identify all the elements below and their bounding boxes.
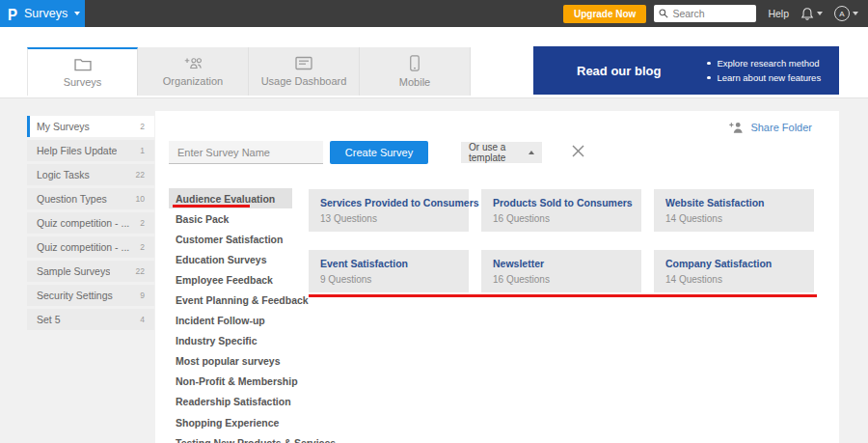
template-question-count: 14 Questions [665,274,802,285]
sidebar-item-count: 2 [140,242,145,252]
create-survey-button[interactable]: Create Survey [330,141,428,164]
template-question-count: 13 Questions [320,213,457,224]
share-person-icon [728,121,744,134]
sidebar-item-quiz-competition-1[interactable]: Quiz competition - ... 2 [27,212,154,234]
tab-label: Organization [163,75,223,87]
main-panel: Share Folder Create Survey Or use a temp… [155,111,839,443]
avatar: A [834,6,850,21]
sidebar-item-label: Set 5 [37,314,61,325]
category-non-profit-membership[interactable]: Non-Profit & Membership [169,372,292,392]
sidebar-item-label: Quiz competition - ... [37,217,129,229]
dashboard-icon [295,56,312,70]
sidebar-item-my-surveys[interactable]: My Surveys 2 [27,116,154,137]
template-title: Services Provided to Consumers [320,197,457,208]
read-our-blog-banner[interactable]: Read our blog Explore research method Le… [533,46,839,95]
upgrade-now-button[interactable]: Upgrade Now [563,5,646,23]
category-employee-feedback[interactable]: Employee Feedback [169,269,292,290]
help-link[interactable]: Help [768,8,789,19]
add-people-icon [182,56,203,70]
category-shopping-experience[interactable]: Shopping Experience [169,412,292,432]
tab-surveys[interactable]: Surveys [27,47,138,96]
category-industry-specific[interactable]: Industry Specific [169,331,292,351]
sidebar-item-count: 22 [136,170,145,180]
category-incident-follow-up[interactable]: Incident Follow-up [169,311,292,331]
close-template-panel-button[interactable] [570,143,585,158]
tab-label: Surveys [64,76,102,88]
survey-name-input[interactable] [169,141,323,164]
sidebar-item-security-settings[interactable]: Security Settings 9 [27,285,154,306]
template-cards-grid: Services Provided to Consumers 13 Questi… [309,189,821,292]
sidebar-item-count: 2 [140,122,145,131]
product-switcher[interactable]: P Surveys [0,0,85,27]
account-menu[interactable]: A [834,6,858,21]
share-folder-label: Share Folder [750,122,812,133]
bell-icon [800,7,814,21]
template-title: Company Satisfaction [665,258,802,269]
category-basic-pack[interactable]: Basic Pack [169,208,292,229]
search-icon [659,9,668,18]
blog-bullet: Learn about new features [707,72,821,83]
tab-organization[interactable]: Organization [138,47,249,96]
template-question-count: 14 Questions [665,213,802,224]
sidebar-item-logic-tasks[interactable]: Logic Tasks 22 [27,164,154,185]
notifications-menu[interactable] [800,7,823,21]
tab-usage-dashboard[interactable]: Usage Dashboard [249,47,360,96]
template-category-list: Audience Evaluation Basic Pack Customer … [169,188,292,443]
template-card-website-satisfaction[interactable]: Website Satisfaction 14 Questions [654,189,814,232]
sidebar-item-label: Help Files Update [37,145,117,156]
search-input[interactable] [672,8,749,19]
template-question-count: 16 Questions [493,274,630,285]
mobile-icon [409,55,420,71]
sidebar-item-label: Sample Surveys [37,265,110,277]
chevron-down-icon [853,12,858,15]
product-name: Surveys [24,7,68,20]
global-search[interactable] [654,5,756,22]
template-title: Event Satisfaction [320,258,457,269]
category-education-surveys[interactable]: Education Surveys [169,249,292,269]
template-card-products-sold[interactable]: Products Sold to Consumers 16 Questions [481,189,641,232]
template-card-company-satisfaction[interactable]: Company Satisfaction 14 Questions [654,250,814,292]
template-card-newsletter[interactable]: Newsletter 16 Questions [481,250,641,292]
category-audience-evaluation[interactable]: Audience Evaluation [169,188,292,208]
template-dropdown-label: Or use a template [469,142,529,163]
sidebar-item-set-5[interactable]: Set 5 4 [27,309,154,330]
category-event-planning-feedback[interactable]: Event Planning & Feedback [169,290,292,310]
template-question-count: 16 Questions [493,213,630,224]
sidebar-item-label: Quiz competition - ... [37,241,129,253]
sidebar-item-question-types[interactable]: Question Types 10 [27,188,154,209]
close-icon [572,145,584,157]
category-customer-satisfaction[interactable]: Customer Satisfaction [169,229,292,249]
chevron-down-icon [817,12,823,15]
template-dropdown[interactable]: Or use a template [461,142,542,163]
sidebar-item-label: Security Settings [37,290,113,301]
template-title: Website Satisfaction [665,197,802,208]
app-root: P Surveys Upgrade Now Help A [0,0,868,443]
sidebar-item-count: 4 [140,315,145,324]
tab-label: Mobile [399,76,430,88]
sidebar-item-count: 10 [136,194,145,204]
sidebar-item-label: Logic Tasks [37,169,90,180]
tab-bar: Surveys Organization Usage Dashb [27,47,471,96]
sidebar-item-help-files-update[interactable]: Help Files Update 1 [27,140,154,161]
chevron-up-icon [529,151,534,154]
sidebar-item-quiz-competition-2[interactable]: Quiz competition - ... 2 [27,236,154,258]
template-title: Products Sold to Consumers [493,197,630,208]
sidebar-item-label: My Surveys [37,121,90,132]
template-card-event-satisfaction[interactable]: Event Satisfaction 9 Questions [309,250,469,292]
category-testing-new-products[interactable]: Testing New Products & Services [169,432,292,443]
sidebar-item-sample-surveys[interactable]: Sample Surveys 22 [27,261,154,282]
blog-bullet: Explore research method [707,58,821,69]
proprofs-logo-icon: P [8,6,17,22]
template-card-services-provided[interactable]: Services Provided to Consumers 13 Questi… [309,189,469,232]
template-title: Newsletter [493,258,630,269]
category-readership-satisfaction[interactable]: Readership Satisfaction [169,392,292,412]
share-folder-button[interactable]: Share Folder [728,121,812,134]
category-most-popular-surveys[interactable]: Most popular surveys [169,351,292,372]
tab-mobile[interactable]: Mobile [360,47,471,96]
chevron-down-icon [74,12,80,15]
folder-icon [73,57,93,71]
folders-sidebar: My Surveys 2 Help Files Update 1 Logic T… [27,116,154,333]
sidebar-item-count: 2 [140,218,145,228]
top-bar: P Surveys Upgrade Now Help A [0,0,868,27]
sidebar-item-count: 1 [140,146,145,155]
